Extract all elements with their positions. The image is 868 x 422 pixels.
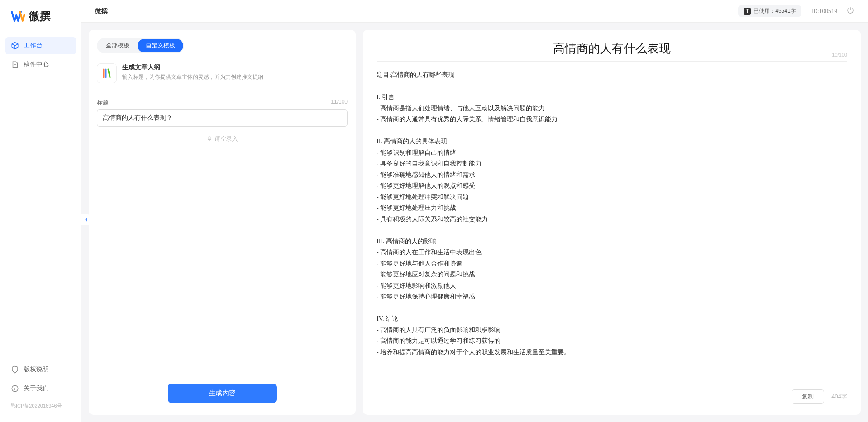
- info-icon: [11, 384, 19, 393]
- template-card: 生成文章大纲 输入标题，为你提供文章主体的灵感，并为其创建推文提纲: [97, 62, 348, 91]
- title-field-counter: 11/100: [331, 99, 348, 107]
- text-icon: T: [744, 8, 751, 15]
- nav-item-copyright[interactable]: 版权说明: [5, 361, 76, 378]
- copy-button[interactable]: 复制: [792, 389, 824, 404]
- template-desc: 输入标题，为你提供文章主体的灵感，并为其创建推文提纲: [122, 73, 263, 81]
- right-panel: 高情商的人有什么表现 10/100 题目:高情商的人有哪些表现 I. 引言 - …: [363, 30, 861, 415]
- nav-item-label: 关于我们: [24, 384, 49, 393]
- voice-input-label: 请空录入: [215, 135, 238, 143]
- nav-item-label: 工作台: [24, 42, 43, 50]
- generate-button[interactable]: 生成内容: [168, 384, 277, 403]
- template-info: 生成文章大纲 输入标题，为你提供文章主体的灵感，并为其创建推文提纲: [122, 63, 263, 81]
- sidebar: 微撰 工作台 稿件中心 版权说明: [0, 0, 81, 422]
- title-field-label: 标题: [97, 99, 109, 107]
- svg-rect-1: [209, 136, 210, 139]
- logo: 微撰: [0, 9, 81, 37]
- tab-all-templates[interactable]: 全部模板: [98, 39, 138, 52]
- voice-input-button[interactable]: 请空录入: [97, 135, 348, 143]
- app-name: 微撰: [95, 7, 738, 15]
- workspace: 全部模板 自定义模板 生成文章大纲 输入标题，为你提供文章主体的灵感，并为其创建…: [81, 23, 868, 422]
- nav-item-drafts[interactable]: 稿件中心: [5, 56, 76, 73]
- topbar: 微撰 T 已使用： 45641字 ID:100519: [81, 0, 868, 23]
- output-header: 高情商的人有什么表现 10/100: [377, 41, 847, 62]
- nav-item-about[interactable]: 关于我们: [5, 380, 76, 397]
- user-id: ID:100519: [812, 8, 837, 14]
- left-panel: 全部模板 自定义模板 生成文章大纲 输入标题，为你提供文章主体的灵感，并为其创建…: [89, 30, 356, 415]
- main: 微撰 T 已使用： 45641字 ID:100519 全部模板 自定义模板: [81, 0, 868, 422]
- icp-text: 鄂ICP备2022016946号: [5, 399, 76, 413]
- usage-pill: T 已使用： 45641字: [738, 5, 801, 17]
- nav-item-label: 稿件中心: [24, 61, 49, 69]
- template-tabs: 全部模板 自定义模板: [97, 38, 184, 53]
- output-body[interactable]: 题目:高情商的人有哪些表现 I. 引言 - 高情商是指人们处理情绪、与他人互动以…: [377, 70, 847, 376]
- nav-item-workbench[interactable]: 工作台: [5, 37, 76, 54]
- template-title: 生成文章大纲: [122, 63, 263, 71]
- sidebar-footer: 版权说明 关于我们 鄂ICP备2022016946号: [0, 361, 81, 413]
- output-title: 高情商的人有什么表现: [377, 41, 847, 57]
- shield-icon: [11, 365, 19, 374]
- nav: 工作台 稿件中心: [0, 37, 81, 361]
- cube-icon: [11, 42, 19, 50]
- usage-value: 45641字: [775, 7, 796, 15]
- template-thumb-icon: [97, 63, 117, 83]
- title-field-label-row: 标题 11/100: [97, 99, 348, 107]
- tab-custom-templates[interactable]: 自定义模板: [138, 39, 183, 52]
- power-icon[interactable]: [846, 6, 854, 16]
- title-input[interactable]: [97, 109, 348, 127]
- logo-icon: [11, 9, 25, 24]
- usage-label: 已使用：: [754, 7, 775, 15]
- document-icon: [11, 61, 19, 69]
- nav-item-label: 版权说明: [24, 365, 49, 374]
- output-word-count: 404字: [831, 393, 847, 401]
- output-heading-counter: 10/100: [832, 52, 847, 57]
- logo-text: 微撰: [29, 9, 51, 24]
- mic-icon: [206, 135, 213, 143]
- output-footer: 复制 404字: [377, 382, 847, 404]
- sidebar-collapse-handle[interactable]: [81, 214, 91, 225]
